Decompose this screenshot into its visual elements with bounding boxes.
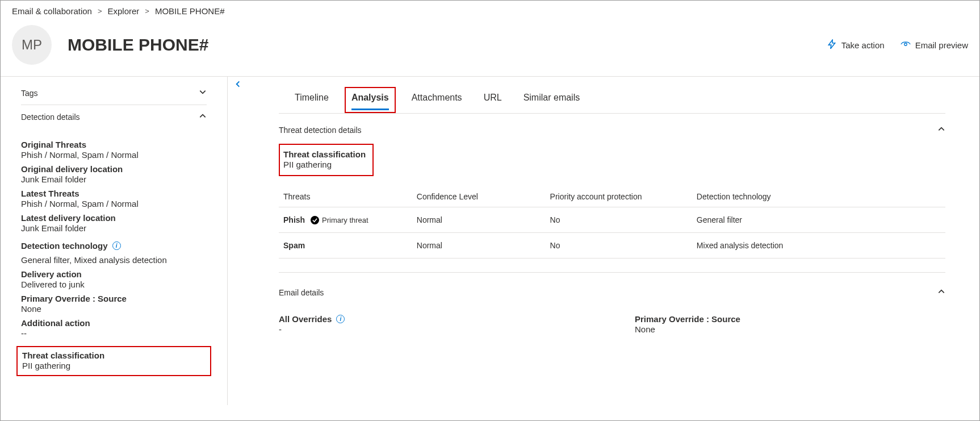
tab-url[interactable]: URL: [484, 89, 502, 113]
breadcrumb: Email & collaboration > Explorer > MOBIL…: [1, 1, 979, 19]
email-preview-button[interactable]: Email preview: [901, 39, 968, 51]
cell-tech: Mixed analysis detection: [692, 233, 945, 259]
delivery-action-label: Delivery action: [21, 269, 207, 279]
take-action-label: Take action: [841, 40, 885, 50]
breadcrumb-item[interactable]: Explorer: [108, 6, 140, 16]
cell-priority: No: [546, 207, 692, 233]
cell-confidence: Normal: [412, 207, 546, 233]
table-row: Spam Normal No Mixed analysis detection: [279, 233, 945, 259]
latest-delivery-location-label: Latest delivery location: [21, 213, 207, 223]
threat-classification-main-label: Threat classification: [283, 149, 366, 159]
chevron-up-icon: [937, 125, 945, 135]
tab-attachments[interactable]: Attachments: [412, 89, 462, 113]
primary-override-label: Primary Override : Source: [21, 294, 207, 303]
detection-details-label: Detection details: [21, 112, 80, 122]
page-title: MOBILE PHONE#: [68, 35, 208, 55]
tags-section-header[interactable]: Tags: [21, 86, 207, 105]
chevron-right-icon: >: [98, 7, 102, 15]
all-overrides-label: All Overrides i: [279, 314, 589, 324]
take-action-button[interactable]: Take action: [827, 39, 885, 51]
lightning-icon: [827, 39, 837, 51]
breadcrumb-item[interactable]: Email & collaboration: [12, 6, 92, 16]
cell-tech: General filter: [692, 207, 945, 233]
original-delivery-location-value: Junk Email folder: [21, 174, 207, 184]
email-details-header[interactable]: Email details: [279, 273, 945, 305]
chevron-down-icon: [199, 88, 207, 98]
analysis-tab-highlight: Analysis: [345, 87, 396, 113]
info-icon[interactable]: i: [112, 241, 121, 250]
threats-table: Threats Confidence Level Priority accoun…: [279, 186, 945, 259]
detection-details-section-header[interactable]: Detection details: [21, 105, 207, 128]
avatar: MP: [12, 25, 52, 65]
threat-detection-details-label: Threat detection details: [279, 126, 362, 135]
detection-details-body: Original Threats Phish / Normal, Spam / …: [21, 128, 207, 381]
breadcrumb-item: MOBILE PHONE#: [155, 6, 225, 16]
tab-similar-emails[interactable]: Similar emails: [523, 89, 580, 113]
eye-icon: [901, 39, 911, 51]
tags-label: Tags: [21, 89, 38, 98]
svg-point-0: [904, 43, 907, 45]
table-row: Phish Primary threat Normal No General f…: [279, 207, 945, 233]
latest-threats-value: Phish / Normal, Spam / Normal: [21, 199, 207, 209]
col-confidence: Confidence Level: [412, 186, 546, 207]
tab-analysis[interactable]: Analysis: [351, 89, 389, 110]
original-threats-label: Original Threats: [21, 140, 207, 149]
original-delivery-location-label: Original delivery location: [21, 164, 207, 174]
main-panel: Timeline Analysis Attachments URL Simila…: [228, 77, 979, 405]
additional-action-label: Additional action: [21, 318, 207, 328]
primary-override-source-label: Primary Override : Source: [635, 314, 945, 324]
tab-timeline[interactable]: Timeline: [295, 89, 329, 113]
delivery-action-value: Delivered to junk: [21, 280, 207, 289]
threat-classification-value: PII gathering: [22, 361, 206, 370]
threat-name: Phish: [283, 215, 305, 224]
details-sidebar: Tags Detection details Original Threats …: [1, 77, 228, 405]
threat-detection-details-header[interactable]: Threat detection details: [279, 114, 945, 141]
col-detection-tech: Detection technology: [692, 186, 945, 207]
tabs: Timeline Analysis Attachments URL Simila…: [279, 89, 945, 114]
chevron-right-icon: >: [145, 7, 149, 15]
col-threats: Threats: [279, 186, 412, 207]
primary-threat-badge: Primary threat: [311, 216, 368, 224]
primary-override-value: None: [21, 304, 207, 314]
col-priority: Priority account protection: [546, 186, 692, 207]
latest-threats-label: Latest Threats: [21, 189, 207, 198]
threat-classification-main-value: PII gathering: [283, 160, 366, 169]
threat-name: Spam: [283, 241, 305, 250]
page-header: MP MOBILE PHONE# Take action Email previ…: [1, 19, 979, 76]
chevron-up-icon: [937, 287, 945, 297]
cell-confidence: Normal: [412, 233, 546, 259]
threat-classification-card-highlight: Threat classification PII gathering: [279, 144, 374, 176]
checkmark-icon: [311, 216, 319, 224]
primary-override-source-value: None: [635, 324, 945, 334]
detection-technology-value: General filter, Mixed analysis detection: [21, 255, 207, 265]
all-overrides-value: -: [279, 324, 589, 334]
chevron-up-icon: [199, 112, 207, 122]
email-details-label: Email details: [279, 288, 324, 297]
threat-classification-highlight: Threat classification PII gathering: [16, 346, 211, 376]
email-preview-label: Email preview: [915, 40, 968, 50]
additional-action-value: --: [21, 328, 207, 338]
original-threats-value: Phish / Normal, Spam / Normal: [21, 150, 207, 160]
threat-classification-label: Threat classification: [22, 351, 206, 360]
latest-delivery-location-value: Junk Email folder: [21, 223, 207, 233]
cell-priority: No: [546, 233, 692, 259]
info-icon[interactable]: i: [336, 315, 345, 323]
detection-technology-label: Detection technology i: [21, 241, 207, 251]
